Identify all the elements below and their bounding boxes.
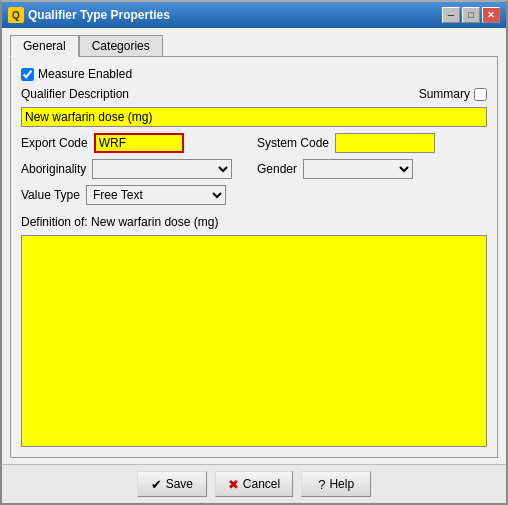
tab-categories[interactable]: Categories xyxy=(79,35,163,57)
measure-enabled-checkbox[interactable] xyxy=(21,68,34,81)
definition-textarea[interactable] xyxy=(21,235,487,447)
help-icon: ? xyxy=(318,477,325,492)
save-label: Save xyxy=(166,477,193,491)
tab-general[interactable]: General xyxy=(10,35,79,57)
measure-enabled-row: Measure Enabled xyxy=(21,67,487,81)
content-area: General Categories Measure Enabled Quali… xyxy=(2,28,506,464)
gender-select[interactable] xyxy=(303,159,413,179)
window-icon-label: Q xyxy=(12,10,20,21)
system-code-label: System Code xyxy=(257,136,329,150)
maximize-button[interactable]: □ xyxy=(462,7,480,23)
aboriginality-select[interactable] xyxy=(92,159,232,179)
qualifier-name-input[interactable] xyxy=(21,107,487,127)
qualifier-type-properties-window: Q Qualifier Type Properties ─ □ ✕ Genera… xyxy=(0,0,508,505)
qualifier-desc-summary-row: Qualifier Description Summary xyxy=(21,87,487,101)
title-bar: Q Qualifier Type Properties ─ □ ✕ xyxy=(2,2,506,28)
close-button[interactable]: ✕ xyxy=(482,7,500,23)
value-type-select[interactable]: Free Text xyxy=(86,185,226,205)
export-code-input[interactable] xyxy=(94,133,184,153)
window-icon: Q xyxy=(8,7,24,23)
system-code-input[interactable] xyxy=(335,133,435,153)
aboriginality-label: Aboriginality xyxy=(21,162,86,176)
aboriginality-col: Aboriginality xyxy=(21,159,251,179)
definition-label: Definition of: New warfarin dose (mg) xyxy=(21,215,487,229)
save-icon: ✔ xyxy=(151,477,162,492)
summary-checkbox[interactable] xyxy=(474,88,487,101)
minimize-button[interactable]: ─ xyxy=(442,7,460,23)
help-label: Help xyxy=(329,477,354,491)
help-button[interactable]: ? Help xyxy=(301,471,371,497)
export-code-label: Export Code xyxy=(21,136,88,150)
qualifier-description-label: Qualifier Description xyxy=(21,87,129,101)
gender-label: Gender xyxy=(257,162,297,176)
export-code-col: Export Code xyxy=(21,133,251,153)
cancel-label: Cancel xyxy=(243,477,280,491)
save-button[interactable]: ✔ Save xyxy=(137,471,207,497)
summary-label: Summary xyxy=(419,87,470,101)
measure-enabled-label: Measure Enabled xyxy=(38,67,132,81)
tab-content-general: Measure Enabled Qualifier Description Su… xyxy=(10,56,498,458)
tabs: General Categories xyxy=(10,34,498,56)
bottom-bar: ✔ Save ✖ Cancel ? Help xyxy=(2,464,506,503)
window-title: Qualifier Type Properties xyxy=(28,8,438,22)
measure-enabled-checkbox-row: Measure Enabled xyxy=(21,67,132,81)
value-type-label: Value Type xyxy=(21,188,80,202)
export-system-code-row: Export Code System Code xyxy=(21,133,487,153)
system-code-col: System Code xyxy=(257,133,487,153)
qualifier-name-container xyxy=(21,107,487,127)
cancel-button[interactable]: ✖ Cancel xyxy=(215,471,293,497)
value-type-row: Value Type Free Text xyxy=(21,185,487,205)
cancel-icon: ✖ xyxy=(228,477,239,492)
summary-area: Summary xyxy=(419,87,487,101)
aboriginality-gender-row: Aboriginality Gender xyxy=(21,159,487,179)
gender-col: Gender xyxy=(257,159,487,179)
title-bar-controls: ─ □ ✕ xyxy=(442,7,500,23)
